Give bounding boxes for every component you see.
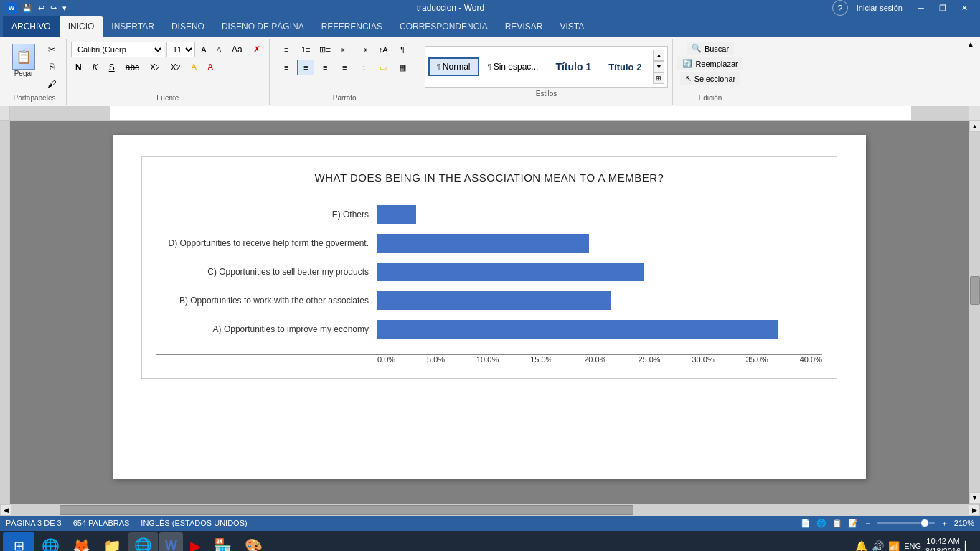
numbered-list-button[interactable]: 1≡: [297, 42, 314, 57]
style-no-space[interactable]: ¶ Sin espac...: [479, 57, 547, 76]
styles-scroll-up[interactable]: ▲: [653, 50, 664, 61]
zoom-in-icon[interactable]: ＋: [941, 518, 948, 529]
style-normal[interactable]: ¶ Normal: [428, 57, 479, 76]
tab-insertar[interactable]: INSERTAR: [103, 16, 163, 37]
scroll-track[interactable]: [969, 132, 981, 492]
border-button[interactable]: ▦: [394, 60, 411, 75]
copy-button[interactable]: ⎘: [42, 59, 62, 75]
taskbar-store[interactable]: 🏪: [208, 532, 237, 551]
taskbar-firefox[interactable]: 🦊: [67, 532, 96, 551]
view-draft-icon[interactable]: 📝: [848, 519, 858, 528]
tab-diseno[interactable]: DISEÑO: [163, 16, 213, 37]
bold-button[interactable]: N: [71, 60, 86, 75]
sort-button[interactable]: ↕A: [374, 42, 392, 57]
justify-button[interactable]: ≡: [336, 60, 353, 75]
zoom-out-icon[interactable]: －: [864, 518, 872, 529]
view-web-icon[interactable]: 🌐: [816, 519, 826, 528]
replace-button[interactable]: 🔄 Reemplazar: [677, 57, 743, 70]
horizontal-scrollbar[interactable]: ◀ ▶: [0, 504, 980, 515]
ribbon-expand-button[interactable]: ▲: [964, 39, 977, 105]
tab-correspondencia[interactable]: CORRESPONDENCIA: [391, 16, 496, 37]
subscript-button[interactable]: X2: [146, 60, 164, 75]
tab-inicio[interactable]: INICIO: [60, 16, 103, 37]
ruler-container: [0, 106, 980, 121]
tab-archivo[interactable]: ARCHIVO: [3, 16, 60, 37]
qat-redo[interactable]: ↪: [48, 4, 59, 13]
document-area[interactable]: WHAT DOES BEING IN THE ASSOCIATION MEAN …: [10, 121, 969, 504]
align-left-button[interactable]: ≡: [278, 60, 295, 75]
view-normal-icon[interactable]: 📄: [801, 519, 811, 528]
vertical-scrollbar[interactable]: ▲ ▼: [969, 121, 980, 504]
scroll-down-button[interactable]: ▼: [969, 492, 981, 504]
styles-expand[interactable]: ⊞: [653, 72, 664, 84]
minimize-button[interactable]: ─: [911, 1, 931, 14]
tab-referencias[interactable]: REFERENCIAS: [313, 16, 391, 37]
format-painter-button[interactable]: 🖌: [42, 76, 62, 92]
tab-vista[interactable]: VISTA: [551, 16, 593, 37]
hscroll-left-button[interactable]: ◀: [0, 504, 11, 516]
scroll-up-button[interactable]: ▲: [969, 121, 981, 132]
taskbar-paint[interactable]: 🎨: [239, 532, 268, 551]
taskbar-chrome[interactable]: 🌐: [128, 532, 158, 551]
clear-format-button[interactable]: ✗: [249, 42, 265, 57]
close-button[interactable]: ✕: [954, 1, 974, 14]
taskbar-network-icon[interactable]: 📶: [888, 541, 900, 552]
underline-button[interactable]: S: [105, 60, 119, 75]
zoom-slider-thumb[interactable]: [920, 519, 929, 527]
superscript-button[interactable]: X2: [166, 60, 185, 75]
chart-row: C) Opportunities to sell better my produ…: [156, 263, 822, 281]
font-color-button[interactable]: A: [203, 60, 217, 75]
restore-button[interactable]: ❐: [933, 1, 953, 14]
font-grow-button[interactable]: A: [197, 42, 210, 57]
vertical-ruler: [0, 121, 10, 504]
hscroll-right-button[interactable]: ▶: [969, 504, 980, 516]
align-right-button[interactable]: ≡: [316, 60, 334, 75]
chart-bar: [377, 234, 589, 253]
zoom-slider-track[interactable]: [877, 522, 935, 524]
scroll-thumb[interactable]: [970, 276, 980, 305]
show-formatting-button[interactable]: ¶: [394, 42, 411, 57]
font-family-select[interactable]: Calibri (Cuerp: [71, 42, 164, 57]
qat-save[interactable]: 💾: [20, 4, 34, 13]
font-size-select[interactable]: 11: [166, 42, 195, 57]
cut-button[interactable]: ✂: [42, 42, 62, 57]
taskbar-media[interactable]: ▶: [184, 532, 207, 551]
paste-button[interactable]: 📋 Pegar: [7, 42, 40, 92]
tab-diseno-pagina[interactable]: DISEÑO DE PÁGINA: [213, 16, 313, 37]
highlight-button[interactable]: A: [187, 60, 201, 75]
italic-button[interactable]: K: [88, 60, 103, 75]
multilevel-list-button[interactable]: ⊞≡: [316, 42, 334, 57]
taskbar-ie[interactable]: 🌐: [36, 532, 65, 551]
style-heading1[interactable]: Título 1: [547, 57, 600, 77]
find-button[interactable]: 🔍 Buscar: [687, 42, 734, 55]
qat-undo[interactable]: ↩: [36, 4, 47, 13]
taskbar-word[interactable]: W: [159, 532, 183, 551]
qat-more[interactable]: ▾: [60, 4, 69, 13]
taskbar-volume-icon[interactable]: 🔊: [872, 540, 884, 551]
tab-revisar[interactable]: REVISAR: [496, 16, 552, 37]
style-heading2[interactable]: Título 2: [600, 57, 650, 77]
start-button[interactable]: ⊞: [3, 532, 34, 551]
change-case-button[interactable]: Aa: [227, 42, 247, 57]
taskbar-explorer[interactable]: 📁: [98, 532, 127, 551]
font-shrink-button[interactable]: A: [212, 42, 225, 57]
clipboard-buttons: 📋 Pegar ✂ ⎘ 🖌: [7, 42, 62, 92]
hscroll-track[interactable]: [11, 504, 969, 516]
hscroll-thumb[interactable]: [60, 505, 633, 515]
bullet-list-button[interactable]: ≡: [278, 42, 295, 57]
signin-button[interactable]: Iniciar sesión: [852, 2, 907, 14]
align-center-button[interactable]: ≡: [297, 60, 314, 75]
taskbar-notification-icon[interactable]: 🔔: [855, 540, 867, 551]
taskbar-show-desktop[interactable]: ▏: [965, 541, 971, 551]
strikethrough-button[interactable]: abc: [121, 60, 143, 75]
taskbar: ⊞ 🌐 🦊 📁 🌐 W ▶ 🏪 🎨 🔔 🔊 📶 ENG 10:42 AM 8/1…: [0, 531, 980, 551]
decrease-indent-button[interactable]: ⇤: [336, 42, 353, 57]
increase-indent-button[interactable]: ⇥: [355, 42, 372, 57]
styles-scroll-down[interactable]: ▼: [653, 61, 664, 72]
chart-bar-label: E) Others: [156, 209, 377, 220]
help-button[interactable]: ?: [832, 0, 848, 16]
select-button[interactable]: ↖ Seleccionar: [680, 72, 740, 85]
view-outline-icon[interactable]: 📋: [832, 519, 842, 528]
line-spacing-button[interactable]: ↕: [355, 60, 372, 75]
shading-button[interactable]: ▭: [374, 60, 392, 75]
